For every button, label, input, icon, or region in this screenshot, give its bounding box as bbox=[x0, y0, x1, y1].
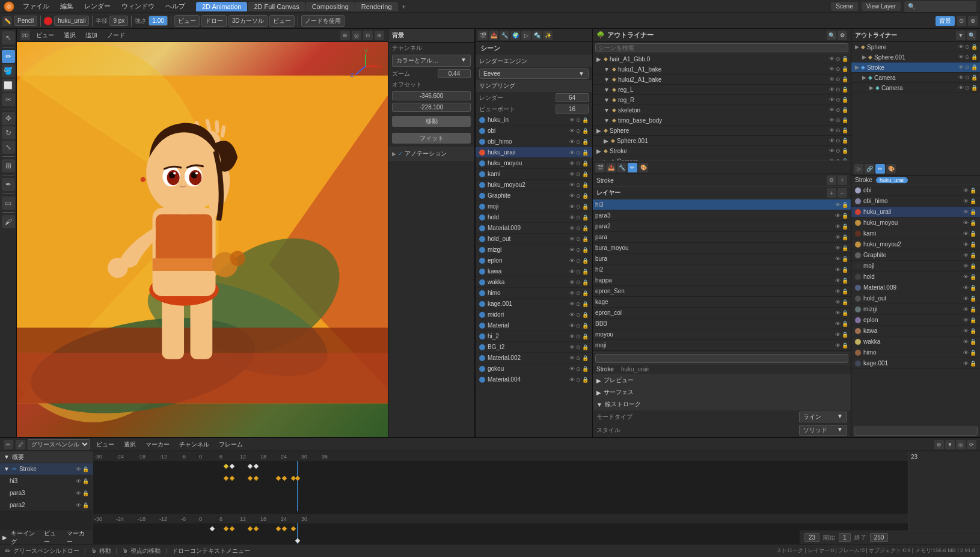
tool-annotate[interactable]: ✒ bbox=[2, 178, 15, 191]
mat-eye[interactable]: 👁 bbox=[963, 231, 969, 237]
gp-output-icon[interactable]: 📤 bbox=[606, 163, 616, 172]
obj-render-icon[interactable]: ⊙ bbox=[576, 215, 581, 221]
obj-eye-icon[interactable]: 👁 bbox=[569, 333, 575, 339]
li-lock[interactable]: 🔒 bbox=[842, 234, 848, 240]
draw-btn[interactable]: ドロー bbox=[201, 15, 227, 27]
layer-list-item[interactable]: para 👁 🔒 bbox=[593, 232, 851, 243]
obj-lock-icon[interactable]: 🔒 bbox=[582, 215, 589, 221]
obj-eye-icon[interactable]: 👁 bbox=[569, 312, 575, 318]
material-list-item[interactable]: kami 👁 🔒 bbox=[851, 228, 980, 239]
tool-box[interactable]: ▭ bbox=[2, 196, 15, 210]
cursor-btn[interactable]: 3Dカーソル bbox=[228, 15, 268, 27]
object-list-item[interactable]: moji 👁 ⊙ 🔒 bbox=[476, 201, 592, 212]
li-lock[interactable]: 🔒 bbox=[842, 224, 848, 230]
object-list-item[interactable]: wakka 👁 ⊙ 🔒 bbox=[476, 277, 592, 288]
viewport-menu-select[interactable]: 選択 bbox=[60, 30, 79, 41]
li-lock[interactable]: 🔒 bbox=[842, 256, 848, 262]
object-list-item[interactable]: huku_moyou2 👁 ⊙ 🔒 bbox=[476, 180, 592, 190]
outliner-tree-item[interactable]: ▼ ◆ reg_L 👁 ⊙ 🔒 bbox=[593, 85, 851, 95]
tool-erase[interactable]: ⬜ bbox=[2, 79, 15, 92]
mat-lock[interactable]: 🔒 bbox=[970, 296, 976, 302]
strength-value[interactable]: 1.00 bbox=[149, 16, 167, 26]
menu-edit[interactable]: 編集 bbox=[55, 1, 78, 12]
foi-lock[interactable]: 🔒 bbox=[971, 75, 978, 81]
obj-render-icon[interactable]: ⊙ bbox=[576, 171, 581, 177]
mat-lock[interactable]: 🔒 bbox=[970, 361, 976, 367]
obj-render-icon[interactable]: ⊙ bbox=[576, 139, 581, 145]
mat-lock[interactable]: 🔒 bbox=[970, 317, 976, 323]
mat-lock[interactable]: 🔒 bbox=[970, 285, 976, 291]
oi-render[interactable]: ⊙ bbox=[836, 66, 841, 72]
li-lock[interactable]: 🔒 bbox=[842, 288, 848, 294]
mat-lock[interactable]: 🔒 bbox=[970, 274, 976, 280]
tl-menu-marker[interactable]: マーカー bbox=[142, 439, 173, 450]
li-eye[interactable]: 👁 bbox=[835, 321, 841, 327]
layer-list-item[interactable]: epron_Sen 👁 🔒 bbox=[593, 286, 851, 297]
obj-eye-icon[interactable]: 👁 bbox=[569, 139, 575, 145]
obj-render-icon[interactable]: ⊙ bbox=[576, 269, 581, 275]
layer-list-item[interactable]: hi2 👁 🔒 bbox=[593, 264, 851, 275]
viewport-mode[interactable]: 2D bbox=[20, 31, 30, 40]
toolbar-mode-icon[interactable]: ✏️ bbox=[2, 16, 12, 26]
menu-render[interactable]: レンダー bbox=[79, 1, 115, 12]
obj-lock-icon[interactable]: 🔒 bbox=[582, 377, 589, 383]
li-lock[interactable]: 🔒 bbox=[842, 202, 848, 208]
obj-lock-icon[interactable]: 🔒 bbox=[582, 344, 589, 350]
oi-eye[interactable]: 👁 bbox=[829, 158, 835, 160]
obj-lock-icon[interactable]: 🔒 bbox=[582, 225, 589, 231]
obj-render-icon[interactable]: ⊙ bbox=[576, 344, 581, 350]
obj-eye-icon[interactable]: 👁 bbox=[569, 225, 575, 231]
oi-lock[interactable]: 🔒 bbox=[842, 97, 848, 103]
material-list-item[interactable]: obi 👁 🔒 bbox=[851, 185, 980, 196]
object-list-item[interactable]: huku_uraii 👁 ⊙ 🔒 bbox=[476, 147, 592, 158]
obj-lock-icon[interactable]: 🔒 bbox=[582, 301, 589, 307]
oi-lock[interactable]: 🔒 bbox=[842, 76, 848, 82]
obj-lock-icon[interactable]: 🔒 bbox=[582, 236, 589, 242]
gp-obj-add[interactable]: + bbox=[838, 175, 847, 185]
obj-render-icon[interactable]: ⊙ bbox=[576, 366, 581, 372]
tl-eye-icon[interactable]: 👁 bbox=[76, 466, 81, 472]
tool-move[interactable]: ✥ bbox=[2, 112, 15, 125]
mat-eye[interactable]: 👁 bbox=[963, 361, 969, 367]
mat-lock[interactable]: 🔒 bbox=[970, 252, 976, 258]
li-eye[interactable]: 👁 bbox=[835, 299, 841, 305]
obj-render-icon[interactable]: ⊙ bbox=[576, 225, 581, 231]
surface-header[interactable]: ▶ サーフェス bbox=[593, 386, 851, 398]
outliner-tree-item[interactable]: ▼ ◆ huku2_A1_bake 👁 ⊙ 🔒 bbox=[593, 75, 851, 85]
obj-render-icon[interactable]: ⊙ bbox=[576, 128, 581, 134]
layer-list-item[interactable]: kage 👁 🔒 bbox=[593, 297, 851, 308]
oi-render[interactable]: ⊙ bbox=[836, 158, 841, 160]
tool-paint[interactable]: 🖌 bbox=[2, 215, 15, 228]
obj-render-icon[interactable]: ⊙ bbox=[576, 301, 581, 307]
material-list-item[interactable]: Material.009 👁 🔒 bbox=[851, 282, 980, 293]
outliner-tree-item[interactable]: ▶ ◆ Sphere.001 👁 ⊙ 🔒 bbox=[593, 136, 851, 146]
overlay-btn[interactable]: ⊙ bbox=[957, 16, 966, 26]
obj-lock-icon[interactable]: 🔒 bbox=[582, 193, 589, 199]
layer-remove-btn[interactable]: − bbox=[838, 188, 847, 198]
obj-lock-icon[interactable]: 🔒 bbox=[582, 323, 589, 329]
material-list-item[interactable]: hold 👁 🔒 bbox=[851, 272, 980, 282]
object-list-item[interactable]: BG_t2 👁 ⊙ 🔒 bbox=[476, 342, 592, 353]
oi-render[interactable]: ⊙ bbox=[836, 56, 841, 62]
gp2-obj-icon[interactable]: ▷ bbox=[854, 164, 863, 174]
mat-eye[interactable]: 👁 bbox=[963, 187, 969, 193]
oi-lock[interactable]: 🔒 bbox=[842, 117, 848, 123]
object-list-item[interactable]: huku_in 👁 ⊙ 🔒 bbox=[476, 115, 592, 126]
outliner-tree-item[interactable]: ▼ ◆ skeleton 👁 ⊙ 🔒 bbox=[593, 105, 851, 115]
obj-render-icon[interactable]: ⊙ bbox=[576, 312, 581, 318]
tab-2d-full-canvas[interactable]: 2D Full Canvas bbox=[248, 2, 305, 11]
obj-render-icon[interactable]: ⊙ bbox=[576, 323, 581, 329]
obj-lock-icon[interactable]: 🔒 bbox=[582, 171, 589, 177]
tl-para3-lock[interactable]: 🔒 bbox=[82, 490, 89, 496]
obj-render-icon[interactable]: ⊙ bbox=[576, 204, 581, 210]
li-eye[interactable]: 👁 bbox=[835, 278, 841, 284]
offset-x[interactable]: -346.600 bbox=[392, 91, 471, 100]
mat-eye[interactable]: 👁 bbox=[963, 220, 969, 226]
output-props-icon[interactable]: 📤 bbox=[489, 31, 498, 40]
oi-lock[interactable]: 🔒 bbox=[842, 127, 848, 133]
current-frame-counter[interactable]: 23 bbox=[804, 533, 819, 542]
view-btn[interactable]: ビュー bbox=[174, 15, 200, 27]
layer-add-btn[interactable]: + bbox=[827, 188, 836, 198]
material-list-item[interactable]: wakka 👁 🔒 bbox=[851, 336, 980, 347]
world-props-icon[interactable]: 🌍 bbox=[510, 31, 520, 40]
